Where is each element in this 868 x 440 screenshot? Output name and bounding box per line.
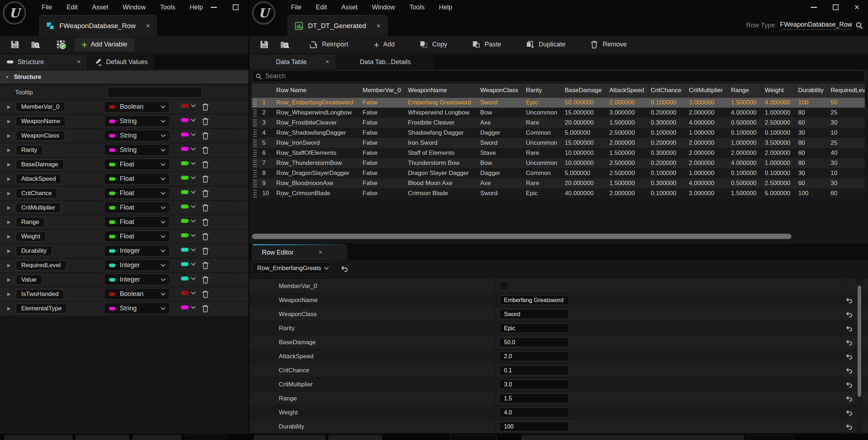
drag-handle-icon[interactable] (252, 119, 258, 127)
menu-tools[interactable]: Tools (402, 4, 432, 11)
menu-tools[interactable]: Tools (153, 4, 182, 11)
title-bar[interactable]: U FileEditAssetWindowToolsHelp FWeaponDa… (0, 0, 249, 36)
field-name-chip[interactable]: AttackSpeed (16, 174, 61, 184)
menu-window[interactable]: Window (115, 4, 153, 11)
field-name-chip[interactable]: CritMultiplier (16, 203, 60, 213)
drag-handle-icon[interactable] (252, 149, 258, 157)
remove-button[interactable]: Remove (578, 36, 639, 53)
delete-field-button[interactable] (201, 261, 210, 270)
close-icon[interactable]: × (77, 58, 81, 66)
table-row[interactable]: 3Row_FrostbiteCleaverFalseFrostbite Clea… (252, 118, 865, 128)
container-type-dropdown[interactable] (181, 118, 195, 122)
drag-handle-icon[interactable] (252, 109, 258, 117)
container-type-dropdown[interactable] (181, 104, 195, 108)
tab-row-editor[interactable]: Row Editor × (252, 244, 347, 261)
reset-to-default-button[interactable] (845, 381, 853, 389)
expander-icon[interactable]: ▶ (7, 190, 11, 196)
validate-struct-icon[interactable] (51, 36, 72, 53)
close-icon[interactable]: × (377, 22, 381, 30)
delete-field-button[interactable] (201, 103, 210, 111)
container-type-dropdown[interactable] (181, 161, 195, 165)
drag-handle-icon[interactable] (252, 179, 258, 187)
menu-asset[interactable]: Asset (85, 4, 115, 11)
table-row[interactable]: 2Row_WhisperwindLongbowFalseWhisperwind … (252, 108, 865, 118)
field-type-dropdown[interactable]: Float (104, 188, 169, 199)
column-header-range[interactable]: Range (728, 84, 762, 97)
field-value-input[interactable]: 3.0 (500, 380, 569, 389)
field-value-input[interactable]: 100 (500, 422, 569, 431)
table-row[interactable]: 9Row_BloodmoonAxeFalseBlood Moon AxeAxeR… (252, 178, 865, 188)
paste-button[interactable]: Paste (459, 36, 513, 53)
add-variable-button[interactable]: + Add Variable (74, 38, 135, 51)
row-select-dropdown[interactable]: Row_EmberfangGreats (253, 262, 330, 274)
drag-handle-icon[interactable] (252, 159, 258, 167)
add-row-button[interactable]: + Add (362, 36, 407, 53)
field-type-dropdown[interactable]: Float (104, 202, 169, 213)
field-value-input[interactable]: Sword (500, 309, 569, 319)
field-name-chip[interactable]: IsTwoHanded (16, 289, 64, 299)
expander-icon[interactable]: ▶ (7, 176, 11, 181)
field-name-chip[interactable]: Range (16, 217, 45, 227)
minimize-icon[interactable] (211, 7, 217, 8)
reset-to-default-button[interactable] (845, 310, 853, 318)
tooltip-input[interactable] (108, 87, 202, 98)
tab-data-table[interactable]: Data Table × (249, 55, 336, 69)
tab-default-values[interactable]: Default Values (88, 55, 154, 69)
column-header-weaponclass[interactable]: WeaponClass (477, 84, 523, 97)
expander-icon[interactable]: ▶ (7, 306, 11, 311)
menu-window[interactable]: Window (365, 4, 402, 11)
delete-field-button[interactable] (201, 131, 210, 140)
drag-handle-icon[interactable] (252, 129, 258, 137)
delete-field-button[interactable] (201, 304, 210, 313)
horizontal-scrollbar[interactable] (252, 233, 865, 239)
field-value-input[interactable]: 50.0 (500, 337, 569, 347)
reset-to-default-button[interactable] (845, 423, 853, 431)
search-icon[interactable] (855, 22, 863, 29)
asset-tab-datatable[interactable]: DT_DT_Generated × (287, 15, 388, 36)
close-icon[interactable]: × (319, 249, 322, 256)
reset-to-default-button[interactable] (845, 367, 853, 374)
reset-to-default-button[interactable] (845, 324, 853, 332)
field-name-chip[interactable]: Rarity (16, 145, 42, 155)
structure-section-header[interactable]: ▼ Structure (0, 71, 249, 84)
container-type-dropdown[interactable] (181, 233, 195, 237)
field-name-chip[interactable]: WeaponName (16, 116, 65, 126)
column-header-critchance[interactable]: CritChance (648, 84, 686, 97)
field-value-input[interactable]: 2.0 (500, 351, 569, 361)
field-name-chip[interactable]: CritChance (16, 188, 57, 198)
browse-to-asset-button[interactable] (25, 36, 46, 53)
menu-asset[interactable]: Asset (334, 4, 365, 11)
delete-field-button[interactable] (201, 175, 210, 183)
column-header-critmultiplier[interactable]: CritMultiplier (686, 84, 728, 97)
field-type-dropdown[interactable]: String (104, 303, 169, 314)
column-header-rarity[interactable]: Rarity (523, 84, 562, 97)
field-type-dropdown[interactable]: Float (104, 173, 169, 184)
scrollbar-thumb[interactable] (252, 234, 791, 239)
field-name-chip[interactable]: BaseDamage (16, 160, 64, 170)
row-type-value[interactable]: FWeaponDatabase_Row (780, 21, 852, 30)
field-name-chip[interactable]: Value (16, 275, 42, 285)
menu-help[interactable]: Help (182, 4, 210, 11)
menu-file[interactable]: File (284, 4, 309, 11)
container-type-dropdown[interactable] (181, 219, 195, 223)
field-value-input[interactable]: 0.1 (500, 365, 569, 375)
table-row[interactable]: 8Row_DragonSlayerDaggerFalseDragon Slaye… (252, 168, 865, 178)
delete-field-button[interactable] (201, 117, 210, 126)
field-name-chip[interactable]: Durability (16, 246, 52, 256)
expander-icon[interactable]: ▶ (7, 262, 11, 268)
container-type-dropdown[interactable] (181, 133, 195, 136)
table-row[interactable]: 10Row_CrimsonBladeFalseCrimson BladeSwor… (252, 188, 865, 198)
close-icon[interactable]: × (326, 58, 329, 66)
expander-icon[interactable]: ▶ (7, 277, 11, 282)
container-type-dropdown[interactable] (181, 291, 195, 295)
field-value-input[interactable]: Epic (500, 323, 569, 333)
table-row[interactable]: 5Row_IronSwordFalseIron SwordSwordUncomm… (252, 138, 865, 148)
expander-icon[interactable]: ▶ (7, 118, 11, 124)
duplicate-button[interactable]: Duplicate (513, 36, 578, 53)
container-type-dropdown[interactable] (181, 190, 195, 194)
field-name-chip[interactable]: ElementalType (16, 304, 67, 314)
field-type-dropdown[interactable]: Float (104, 159, 169, 170)
container-type-dropdown[interactable] (181, 277, 195, 280)
field-type-dropdown[interactable]: String (104, 144, 169, 156)
scrollbar-thumb[interactable] (858, 286, 861, 397)
